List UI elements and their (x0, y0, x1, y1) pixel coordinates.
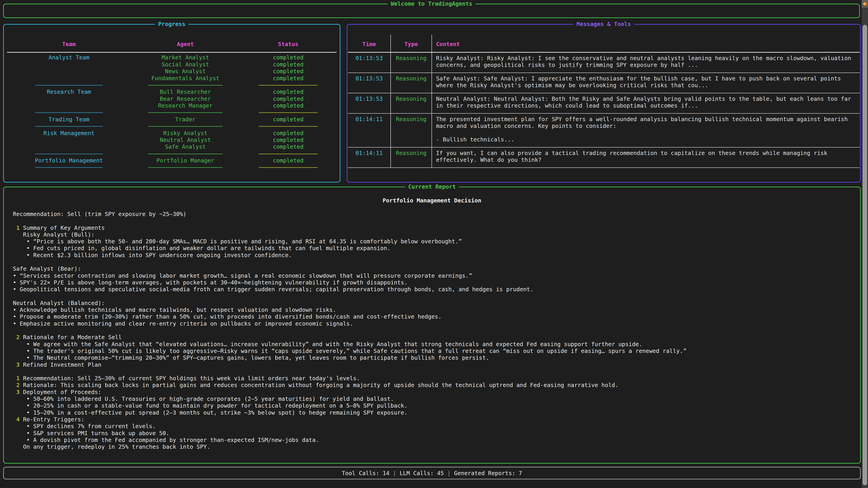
status-cell: completed (239, 143, 338, 150)
separator-cell (239, 82, 338, 89)
report-text: Neutral Analyst (Balanced): (13, 300, 105, 306)
agent-cell: Research Manager (132, 102, 239, 109)
separator-cell (132, 164, 239, 171)
progress-row: Social Analystcompleted (6, 61, 338, 68)
stats-separator: | (444, 470, 454, 477)
scroll-top-button[interactable] (862, 0, 868, 7)
agent-divider (148, 85, 223, 86)
footer-stats-panel: Tool Calls: 14 | LLM Calls: 45 | Generat… (3, 467, 861, 480)
progress-panel: Progress Team Agent Status Analyst TeamM… (3, 24, 340, 183)
list-marker: 2 (16, 334, 23, 340)
list-marker: • (26, 410, 33, 416)
team-cell: Risk Management (6, 130, 132, 137)
progress-row: News Analystcompleted (6, 68, 338, 75)
separator-cell (6, 151, 132, 157)
report-text: Refined Investment Plan (23, 361, 101, 368)
report-line: • Propose a moderate trim (20–30%) rathe… (4, 313, 860, 320)
report-line: • SPY declines 7% from current levels. (4, 423, 860, 430)
separator-cell (6, 82, 132, 89)
messages-panel-title: Messages & Tools (574, 21, 634, 28)
list-marker: • (26, 245, 33, 252)
report-line: • The trader's original 50% cut is likel… (4, 348, 860, 355)
separator-cell (239, 164, 338, 171)
team-cell (6, 96, 132, 102)
status-divider (259, 112, 318, 113)
column-header-status: Status (239, 41, 338, 48)
welcome-panel: Welcome to TradingAgents (3, 4, 860, 18)
status-cell: completed (239, 130, 338, 137)
current-report-panel: Current Report Portfolio Management Deci… (3, 187, 861, 464)
report-text: A dovish pivot from the Fed accompanied … (33, 437, 319, 443)
orange-dot-icon (863, 2, 867, 6)
agent-cell: Fundamentals Analyst (132, 75, 239, 82)
message-time: 01:13:53 (348, 93, 391, 113)
agent-divider (148, 154, 223, 154)
progress-row: Risk ManagementRisky Analystcompleted (6, 130, 338, 137)
report-text: The trader's original 50% cut is likely … (33, 348, 686, 354)
report-line: 3 Deployment of Proceeds: (4, 389, 860, 396)
report-text: Recommendation: Sell (trim SPY exposure … (13, 211, 186, 217)
report-body: Recommendation: Sell (trim SPY exposure … (4, 211, 860, 450)
agent-cell: News Analyst (132, 68, 239, 75)
list-marker: 2 (16, 382, 23, 388)
list-marker: • (26, 396, 33, 402)
report-text: 15–20% in a cost-effective put spread (2… (33, 410, 408, 416)
list-marker: 4 (16, 416, 23, 423)
column-header-time: Time (348, 35, 391, 53)
report-line: • “Price is above both the 50- and 200-d… (4, 238, 860, 245)
message-content: Safe Analyst: Safe Analyst: I appreciate… (432, 73, 860, 93)
report-line: • “Services sector contraction and slowi… (4, 272, 860, 279)
report-text: Propose a moderate trim (20–30%) rather … (20, 313, 441, 320)
message-content: Neutral Analyst: Neutral Analyst: Both t… (432, 93, 860, 113)
report-line: 1 Recommendation: Sell 25–30% of current… (4, 375, 860, 382)
message-type: Reasoning (391, 113, 432, 148)
report-line: On any trigger, redeploy in 25% tranches… (4, 444, 860, 450)
list-marker: 1 (16, 225, 23, 231)
agent-cell: Risky Analyst (132, 130, 239, 137)
status-cell: completed (239, 68, 338, 75)
team-cell: Portfolio Management (6, 157, 132, 164)
list-marker: • (13, 320, 20, 327)
report-text: Deployment of Proceeds: (23, 389, 101, 395)
list-marker: • (26, 348, 33, 354)
report-line: Risky Analyst (Bull): (4, 231, 860, 238)
progress-table-header: Team Agent Status (6, 41, 338, 48)
report-line: 2 Rationale: This scaling back locks in … (4, 382, 860, 389)
report-line (4, 259, 860, 265)
team-cell: Analyst Team (6, 54, 132, 61)
message-time: 01:13:53 (348, 53, 391, 73)
report-heading: Portfolio Management Decision (4, 197, 860, 204)
separator-cell (132, 109, 239, 116)
scrollbar-thumb[interactable] (863, 25, 867, 485)
progress-row: Analyst TeamMarket Analystcompleted (6, 54, 338, 61)
report-line: • 50–60% into laddered U.S. Treasuries o… (4, 396, 860, 402)
messages-panel: Messages & Tools TimeTypeContent01:13:53… (347, 24, 861, 183)
stats-separator: | (390, 470, 400, 477)
stat-item: Generated Reports: 7 (454, 470, 522, 477)
status-cell: completed (239, 89, 338, 95)
report-line: • Emphasize active monitoring and clear … (4, 320, 860, 327)
column-header-type: Type (391, 35, 432, 53)
list-marker: • (26, 355, 33, 361)
list-marker: • (26, 402, 33, 409)
agent-cell: Bull Researcher (132, 89, 239, 95)
agent-cell: Social Analyst (132, 61, 239, 68)
separator-cell (239, 109, 338, 116)
report-text: Safe Analyst (Bear): (13, 265, 81, 272)
list-marker: • (13, 272, 20, 279)
report-line (4, 293, 860, 300)
group-separator-row (6, 123, 338, 130)
separator-cell (132, 82, 239, 89)
message-type: Reasoning (391, 53, 432, 73)
scrollbar-track[interactable] (862, 0, 868, 488)
team-cell (6, 68, 132, 75)
list-marker: • (13, 286, 20, 293)
footer-stats: Tool Calls: 14 | LLM Calls: 45 | Generat… (342, 470, 522, 477)
group-separator-row (6, 164, 338, 171)
report-line (4, 368, 860, 375)
team-cell (6, 143, 132, 150)
separator-cell (132, 123, 239, 130)
separator-cell (6, 164, 132, 171)
report-text: Summary of Key Arguments (23, 225, 105, 231)
report-line: • We agree with the Safe Analyst that “e… (4, 341, 860, 348)
